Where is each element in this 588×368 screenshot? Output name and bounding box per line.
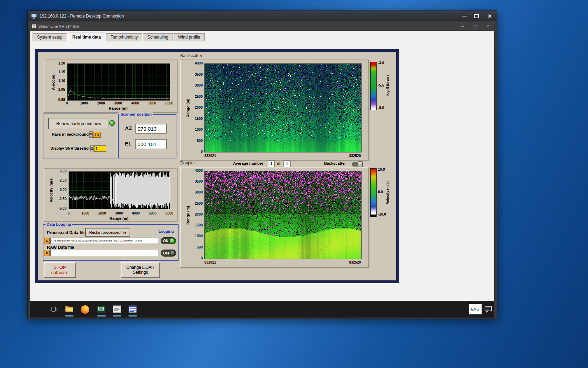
bs-ytick: 1000: [189, 128, 203, 131]
doppler-heatmap: Range (m) 4000 3500 3000 2500 2000 1500 …: [180, 167, 369, 268]
ascope-x-axis-label: Range (m): [67, 106, 169, 110]
maximize-icon: [474, 14, 479, 18]
minimize-button[interactable]: [459, 12, 470, 20]
ascope-ytick: 1.10: [53, 79, 65, 83]
bs-ytick: 500: [189, 139, 203, 143]
velocity-x-axis-label: Range (m): [69, 216, 169, 220]
bs-ytick: 3000: [189, 83, 203, 87]
ascope-chart: A-scope 1.20 1.15 1.10 1.05 0.99 0100020…: [44, 60, 177, 113]
average-number-label: Average number: [233, 161, 263, 165]
app-maximize-button[interactable]: ▢: [470, 24, 480, 29]
velocity-ytick: -2.50: [51, 197, 66, 201]
bs-ytick: 2000: [189, 105, 203, 109]
bs-ytick: 4000: [189, 61, 203, 65]
scan-scheduler-icon[interactable]: [113, 305, 121, 314]
spreadsheet-icon[interactable]: [128, 305, 137, 314]
processed-path-field[interactable]: C:\Lidar\Data\Proc\2023\202309\20230909\…: [50, 238, 159, 244]
processed-data-file-label: Processed Data file: [47, 230, 86, 235]
doppler-colorbar-label: Velocity (m/s): [386, 175, 390, 211]
rays-in-background-field[interactable]: 10: [93, 132, 101, 138]
ascope-ytick: 1.15: [53, 70, 65, 74]
tab-wind-profile[interactable]: Wind profile: [174, 33, 205, 41]
desktop: 192.168.0.122 - Remote Desktop Connectio…: [0, 0, 588, 368]
elevation-value: 000.101: [135, 139, 167, 149]
tab-scheduling[interactable]: Scheduling: [143, 33, 173, 41]
remote-desktop-area: StreamLine XR v14-6.vi ─ ▢ ✕ System setu…: [28, 21, 496, 318]
dp-ytick: 2000: [189, 212, 203, 216]
file-explorer-icon[interactable]: [65, 305, 74, 314]
app-window-title: StreamLine XR v14-6.vi: [38, 24, 79, 28]
scanner-position-group: Scanner position AZ 079.013 EL 000.101: [118, 114, 176, 158]
of-label: of: [277, 161, 280, 165]
rays-stepper[interactable]: [89, 131, 93, 138]
active-app-indicator: [97, 315, 106, 316]
tab-system-setup[interactable]: System setup: [33, 33, 67, 41]
bs-ytick: 0: [189, 150, 203, 154]
renew-background-button[interactable]: Renew background now: [48, 118, 109, 129]
logging-label: Logging: [159, 229, 174, 233]
dp-cb-tick: 10.0: [378, 168, 385, 171]
dp-ytick: 3500: [189, 179, 203, 183]
close-button[interactable]: ×: [484, 12, 495, 20]
backscatter-toggle-label: Backscatter: [324, 161, 346, 165]
logging-off-led: [170, 250, 175, 256]
snr-threshold-field[interactable]: 1: [94, 145, 106, 152]
app-close-button[interactable]: ✕: [483, 24, 493, 29]
doppler-x-ticks: 832021 832520: [204, 260, 361, 264]
dp-ytick: 500: [189, 245, 203, 249]
average-number-field[interactable]: 1: [268, 161, 275, 167]
dp-ytick: 4000: [189, 169, 203, 172]
bs-ytick: 3500: [189, 73, 203, 76]
velocity-ytick: 2.50: [51, 178, 66, 182]
rays-in-background-label: Rays in background: [52, 132, 89, 136]
tab-temp-humidity[interactable]: Temp/humidity: [106, 33, 142, 41]
panel-frame: A-scope 1.20 1.15 1.10 1.05 0.99 0100020…: [35, 49, 399, 283]
backscatter-colorbar-label: log B (/m/sr): [386, 67, 390, 104]
raw-path-drive-box[interactable]: C: [44, 250, 50, 256]
rdp-titlebar: 192.168.0.122 - Remote Desktop Connectio…: [28, 11, 497, 21]
logging-on-led: [169, 238, 175, 244]
raw-data-file-label: RAW Data file: [47, 245, 74, 250]
velocity-chart: Velocity (m/s) 5.00 2.50 0.00 -2.50 -5.0…: [44, 168, 177, 222]
velocity-ytick: 5.00: [51, 169, 66, 173]
dp-ytick: 3000: [189, 190, 203, 194]
processed-logging-toggle[interactable]: ON: [161, 237, 176, 244]
bs-ytick: 1500: [189, 117, 203, 121]
processed-path-drive-box[interactable]: C: [44, 238, 50, 244]
app-minimize-button[interactable]: ─: [458, 24, 468, 28]
data-logging-title: Data Logging: [46, 222, 72, 227]
velocity-x-ticks: 0100020003000400050006000: [62, 211, 176, 215]
snr-stepper[interactable]: [90, 145, 94, 151]
tab-real-time-data[interactable]: Real time data: [68, 33, 105, 42]
restart-processed-file-button[interactable]: Restart processed file: [85, 228, 130, 237]
backscatter-doppler-toggle[interactable]: [352, 162, 363, 166]
raw-logging-toggle[interactable]: OFF: [161, 250, 176, 257]
bs-cb-tick: -3.0: [378, 61, 384, 65]
change-lidar-settings-button[interactable]: Change LiDARSettings: [121, 262, 160, 278]
minimize-icon: [462, 16, 467, 16]
ascope-ytick: 1.20: [53, 61, 65, 65]
backscatter-colorbar: [370, 62, 377, 110]
notification-icon[interactable]: [484, 306, 492, 314]
bs-cb-tick: -5.5: [378, 83, 384, 87]
language-indicator[interactable]: ENG: [469, 304, 482, 314]
background-status-led: [109, 120, 115, 126]
velocity-ytick: 0.00: [51, 188, 66, 192]
active-app-indicator: [65, 315, 74, 316]
firefox-icon[interactable]: [81, 305, 89, 314]
dp-cb-tick: -10.0: [378, 212, 386, 216]
average-of-field[interactable]: 1: [284, 161, 290, 167]
dp-ytick: 1000: [189, 234, 203, 238]
on-label: ON: [163, 239, 168, 243]
raw-path-field[interactable]: [50, 250, 159, 256]
background-controls-group: Renew background now Rays in background …: [43, 114, 117, 158]
maximize-button[interactable]: [471, 12, 482, 20]
task-view-icon[interactable]: [50, 306, 57, 314]
active-app-indicator: [128, 315, 137, 316]
dp-cb-tick: 0.0: [378, 190, 383, 194]
image-viewer-icon[interactable]: [97, 306, 105, 314]
rdp-window-title: 192.168.0.122 - Remote Desktop Connectio…: [40, 14, 124, 19]
backscatter-heatmap: Range (m) 4000 3500 3000 2500 2000 1500 …: [180, 60, 369, 161]
stop-software-button[interactable]: STOPsoftware: [44, 262, 76, 278]
rdp-window: 192.168.0.122 - Remote Desktop Connectio…: [27, 11, 497, 319]
